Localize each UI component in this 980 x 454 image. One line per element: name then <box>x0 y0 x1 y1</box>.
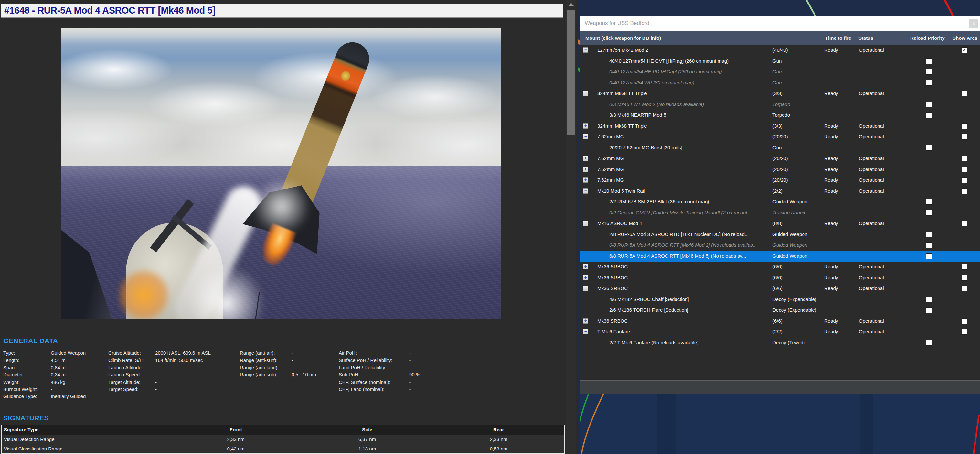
mount-row[interactable]: −Mk16 ASROC Mod 1(8/8)ReadyOperational <box>580 218 980 229</box>
show-arcs-checkbox[interactable] <box>962 123 967 129</box>
reload-priority-checkbox[interactable] <box>926 340 932 346</box>
expand-icon[interactable]: + <box>583 275 588 280</box>
weapon-row[interactable]: 2/6 Mk186 TORCH Flare [Seduction]Decoy (… <box>580 304 980 315</box>
scroll-up-button[interactable] <box>566 0 576 8</box>
mount-name[interactable]: 324mm Mk68 TT Triple <box>597 88 647 99</box>
weapon-name[interactable]: 2/2 T Mk 6 Fanfare (No reloads available… <box>609 337 698 348</box>
weapon-row[interactable]: 0/40 127mm/54 WP (80 on mount mag)Gun <box>580 77 980 88</box>
show-arcs-checkbox[interactable] <box>962 91 967 96</box>
weapon-name[interactable]: 20/20 7.62mm MG Burst [20 rnds] <box>609 142 682 153</box>
show-arcs-checkbox[interactable] <box>962 134 967 140</box>
weapon-row[interactable]: 2/8 RUR-5A Mod 3 ASROC RTD [10kT Nuclear… <box>580 229 980 240</box>
weapon-row[interactable]: 6/8 RUR-5A Mod 4 ASROC RTT [Mk46 Mod 5] … <box>580 251 980 261</box>
collapse-icon[interactable]: − <box>583 47 588 53</box>
mount-name[interactable]: Mk36 SRBOC <box>597 261 628 272</box>
weapon-row[interactable]: 2/2 RIM-67B SM-2ER Blk I (36 on mount ma… <box>580 196 980 207</box>
show-arcs-checkbox[interactable] <box>962 329 967 335</box>
weapon-row[interactable]: 0/40 127mm/54 HE-PD [HiCap] (260 on moun… <box>580 66 980 77</box>
show-arcs-checkbox[interactable] <box>962 221 967 226</box>
mount-row[interactable]: −127mm/54 Mk42 Mod 2(40/40)ReadyOperatio… <box>580 45 980 56</box>
expand-icon[interactable]: + <box>583 167 588 172</box>
weapon-row[interactable]: 20/20 7.62mm MG Burst [20 rnds]Gun <box>580 142 980 153</box>
mount-name[interactable]: 7.62mm MG <box>597 131 624 142</box>
weapon-row[interactable]: 0/8 RUR-5A Mod 4 ASROC RTT [Mk46 Mod 2] … <box>580 240 980 251</box>
show-arcs-checkbox[interactable] <box>962 156 967 161</box>
mount-row[interactable]: +7.62mm MG(20/20)ReadyOperational <box>580 175 980 186</box>
mount-name[interactable]: 7.62mm MG <box>597 175 624 186</box>
mount-row[interactable]: +7.62mm MG(20/20)ReadyOperational <box>580 164 980 175</box>
reload-priority-checkbox[interactable] <box>926 102 932 107</box>
mount-row[interactable]: −7.62mm MG(20/20)ReadyOperational <box>580 131 980 142</box>
reload-priority-checkbox[interactable] <box>926 210 932 216</box>
collapse-icon[interactable]: − <box>583 188 588 194</box>
reload-priority-checkbox[interactable] <box>926 253 932 259</box>
mount-row[interactable]: +7.62mm MG(20/20)ReadyOperational <box>580 153 980 164</box>
mount-name[interactable]: 324mm Mk68 TT Triple <box>597 121 647 132</box>
show-arcs-checkbox[interactable] <box>962 275 967 281</box>
show-arcs-checkbox[interactable] <box>962 188 967 194</box>
weapon-row[interactable]: 4/6 Mk182 SRBOC Chaff [Seduction]Decoy (… <box>580 294 980 305</box>
expand-icon[interactable]: + <box>583 156 588 161</box>
mount-row[interactable]: +324mm Mk68 TT Triple(3/3)ReadyOperation… <box>580 121 980 132</box>
collapse-icon[interactable]: − <box>583 285 588 291</box>
weapon-name[interactable]: 40/40 127mm/54 HE-CVT [HiFrag] (260 on m… <box>609 56 729 67</box>
expand-icon[interactable]: + <box>583 264 588 269</box>
mount-row[interactable]: +Mk36 SRBOC(6/6)ReadyOperational <box>580 272 980 283</box>
weapon-name[interactable]: 0/40 127mm/54 HE-PD [HiCap] (260 on moun… <box>609 66 722 77</box>
show-arcs-checkbox[interactable] <box>962 318 967 324</box>
weapon-row[interactable]: 0/3 Mk46 LWT Mod 2 (No reloads available… <box>580 99 980 110</box>
reload-priority-checkbox[interactable] <box>926 231 932 237</box>
mount-row[interactable]: +Mk36 SRBOC(6/6)ReadyOperational <box>580 315 980 327</box>
close-button[interactable]: × <box>969 19 978 29</box>
mount-row[interactable]: −Mk36 SRBOC(6/6)ReadyOperational <box>580 283 980 294</box>
mount-name[interactable]: Mk36 SRBOC <box>597 272 628 283</box>
weapon-row[interactable]: 40/40 127mm/54 HE-CVT [HiFrag] (260 on m… <box>580 56 980 67</box>
show-arcs-checkbox[interactable] <box>962 167 967 172</box>
mount-name[interactable]: Mk10 Mod 5 Twin Rail <box>597 186 645 197</box>
expand-icon[interactable]: + <box>583 177 588 183</box>
collapse-icon[interactable]: − <box>583 91 588 96</box>
show-arcs-checkbox[interactable] <box>962 285 967 292</box>
collapse-icon[interactable]: − <box>583 221 588 226</box>
scrollbar-thumb[interactable] <box>567 10 575 134</box>
weapon-name[interactable]: 2/2 RIM-67B SM-2ER Blk I (36 on mount ma… <box>609 196 709 207</box>
show-arcs-checkbox[interactable] <box>962 264 967 270</box>
weapon-row[interactable]: 0/2 Generic GMTR [Guided Missile Trainin… <box>580 207 980 218</box>
show-arcs-checkbox[interactable] <box>962 177 967 183</box>
reload-priority-checkbox[interactable] <box>926 112 932 118</box>
weapon-name[interactable]: 2/8 RUR-5A Mod 3 ASROC RTD [10kT Nuclear… <box>609 229 749 240</box>
weapon-row[interactable]: 2/2 T Mk 6 Fanfare (No reloads available… <box>580 337 980 348</box>
reload-priority-checkbox[interactable] <box>926 58 932 64</box>
mount-name[interactable]: T Mk 6 Fanfare <box>597 326 630 337</box>
reload-priority-checkbox[interactable] <box>926 296 932 302</box>
mount-name[interactable]: Mk36 SRBOC <box>597 283 628 294</box>
mount-name[interactable]: 7.62mm MG <box>597 164 624 175</box>
reload-priority-checkbox[interactable] <box>926 307 932 313</box>
expand-icon[interactable]: + <box>583 318 588 324</box>
weapon-row[interactable]: 3/3 Mk46 NEARTIP Mod 5Torpedo <box>580 110 980 121</box>
mount-row[interactable]: −324mm Mk68 TT Triple(3/3)ReadyOperation… <box>580 88 980 99</box>
weapon-name[interactable]: 0/8 RUR-5A Mod 4 ASROC RTT [Mk46 Mod 2] … <box>609 240 756 251</box>
weapon-name[interactable]: 6/8 RUR-5A Mod 4 ASROC RTT [Mk46 Mod 5] … <box>609 251 746 261</box>
mount-row[interactable]: +Mk36 SRBOC(6/6)ReadyOperational <box>580 261 980 272</box>
reload-priority-checkbox[interactable] <box>926 199 932 205</box>
weapon-name[interactable]: 2/6 Mk186 TORCH Flare [Seduction] <box>609 304 689 315</box>
weapon-name[interactable]: 4/6 Mk182 SRBOC Chaff [Seduction] <box>609 294 689 305</box>
weapon-name[interactable]: 0/2 Generic GMTR [Guided Missile Trainin… <box>609 207 751 218</box>
weapon-name[interactable]: 0/40 127mm/54 WP (80 on mount mag) <box>609 77 694 88</box>
reload-priority-checkbox[interactable] <box>926 242 932 248</box>
weapon-name[interactable]: 0/3 Mk46 LWT Mod 2 (No reloads available… <box>609 99 704 110</box>
mount-row[interactable]: −T Mk 6 Fanfare(2/2)ReadyOperational <box>580 326 980 337</box>
mount-name[interactable]: 127mm/54 Mk42 Mod 2 <box>597 45 648 56</box>
mount-name[interactable]: 7.62mm MG <box>597 153 624 164</box>
mount-name[interactable]: Mk36 SRBOC <box>597 315 628 327</box>
collapse-icon[interactable]: − <box>583 134 588 139</box>
mount-row[interactable]: −Mk10 Mod 5 Twin Rail(2/2)ReadyOperation… <box>580 186 980 197</box>
weapon-name[interactable]: 3/3 Mk46 NEARTIP Mod 5 <box>609 110 666 121</box>
show-arcs-checkbox[interactable]: ✓ <box>962 47 967 53</box>
vertical-scrollbar[interactable] <box>566 0 576 454</box>
reload-priority-checkbox[interactable] <box>926 80 932 86</box>
expand-icon[interactable]: + <box>583 123 588 129</box>
reload-priority-checkbox[interactable] <box>926 69 932 75</box>
collapse-icon[interactable]: − <box>583 329 588 335</box>
